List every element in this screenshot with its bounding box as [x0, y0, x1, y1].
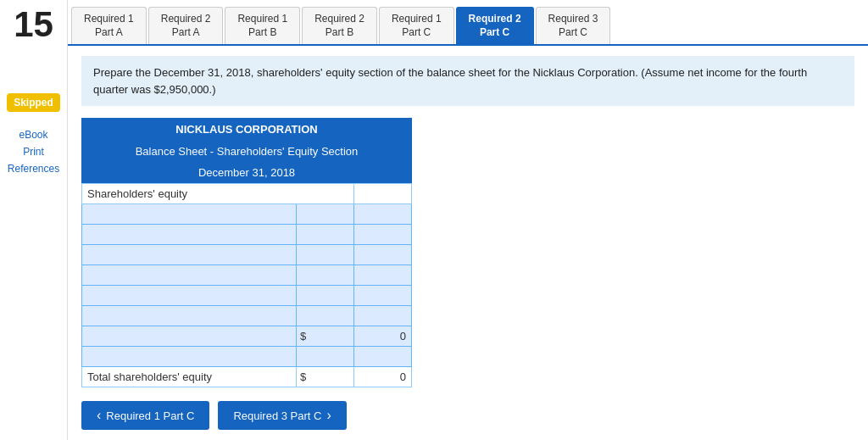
row5-value[interactable] — [354, 286, 412, 306]
row8-value-input[interactable] — [359, 351, 406, 363]
chevron-left-icon — [97, 408, 101, 423]
row4-value[interactable] — [354, 265, 412, 286]
row4-currency-input[interactable] — [302, 270, 348, 281]
sidebar-links: eBook Print References — [8, 129, 59, 175]
row4-value-input[interactable] — [359, 270, 406, 281]
row6-label-input[interactable] — [87, 310, 291, 322]
table-row — [82, 245, 412, 265]
row2-label[interactable] — [82, 225, 297, 245]
row1-value-input[interactable] — [359, 209, 406, 220]
row5-label[interactable] — [82, 286, 297, 306]
row5-currency-input[interactable] — [302, 290, 348, 302]
total-currency: $ — [297, 367, 354, 387]
prev-button-label: Required 1 Part C — [106, 409, 194, 422]
section-header-value — [354, 184, 412, 204]
row6-currency[interactable] — [297, 306, 354, 326]
row1-label[interactable] — [82, 204, 297, 225]
row7-value: 0 — [354, 326, 412, 347]
sidebar-link-references[interactable]: References — [8, 163, 59, 175]
question-number: 15 — [14, 7, 53, 42]
row4-label-input[interactable] — [87, 270, 291, 281]
row6-value-input[interactable] — [359, 310, 406, 322]
tab-req2a[interactable]: Required 2Part A — [148, 7, 224, 44]
table-row — [82, 306, 412, 326]
row1-value[interactable] — [354, 204, 412, 225]
row4-currency[interactable] — [297, 265, 354, 286]
next-button[interactable]: Required 3 Part C — [218, 401, 346, 430]
tab-bar: Required 1Part A Required 2Part A Requir… — [68, 0, 868, 46]
chevron-right-icon — [326, 408, 331, 423]
row3-currency[interactable] — [297, 245, 354, 265]
next-button-label: Required 3 Part C — [233, 409, 321, 422]
tab-req1a[interactable]: Required 1Part A — [71, 7, 147, 44]
sidebar-link-ebook[interactable]: eBook — [19, 129, 47, 141]
row2-currency-input[interactable] — [302, 229, 348, 241]
table-row: $ 0 — [82, 326, 412, 347]
row7-currency: $ — [297, 326, 354, 347]
row7-label-input[interactable] — [87, 331, 291, 343]
tab-req2c[interactable]: Required 2Part C — [456, 7, 534, 44]
total-value: 0 — [354, 367, 412, 387]
section-header-label: Shareholders' equity — [82, 184, 354, 204]
row6-currency-input[interactable] — [302, 310, 348, 322]
row8-label[interactable] — [82, 347, 297, 367]
table-row — [82, 286, 412, 306]
row2-label-input[interactable] — [87, 229, 291, 241]
row6-label[interactable] — [82, 306, 297, 326]
bs-date: December 31, 2018 — [81, 162, 412, 183]
bs-title: Balance Sheet - Shareholders' Equity Sec… — [81, 141, 412, 162]
total-label: Total shareholders' equity — [82, 367, 297, 387]
total-row: Total shareholders' equity $ 0 — [82, 367, 412, 387]
main-content: Required 1Part A Required 2Part A Requir… — [68, 0, 868, 440]
instruction-box: Prepare the December 31, 2018, sharehold… — [81, 56, 854, 106]
skipped-badge: Skipped — [7, 93, 60, 112]
row3-currency-input[interactable] — [302, 249, 348, 261]
row3-value-input[interactable] — [359, 249, 406, 261]
nav-buttons: Required 1 Part C Required 3 Part C — [81, 401, 854, 430]
row3-value[interactable] — [354, 245, 412, 265]
row5-label-input[interactable] — [87, 290, 291, 302]
tab-req1c[interactable]: Required 1Part C — [379, 7, 454, 44]
table-row — [82, 204, 412, 225]
row2-value-input[interactable] — [359, 229, 406, 241]
row8-currency-input[interactable] — [302, 351, 348, 363]
table-row — [82, 347, 412, 367]
row5-currency[interactable] — [297, 286, 354, 306]
table-row — [82, 265, 412, 286]
row5-value-input[interactable] — [359, 290, 406, 302]
sidebar: 15 Skipped eBook Print References — [0, 0, 68, 440]
row1-currency[interactable] — [297, 204, 354, 225]
section-header-row: Shareholders' equity — [82, 184, 412, 204]
row7-label[interactable] — [82, 326, 297, 347]
row6-value[interactable] — [354, 306, 412, 326]
row8-label-input[interactable] — [87, 351, 291, 363]
tab-req1b[interactable]: Required 1Part B — [225, 7, 300, 44]
row1-currency-input[interactable] — [302, 209, 348, 220]
tab-req2b[interactable]: Required 2Part B — [302, 7, 377, 44]
row2-currency[interactable] — [297, 225, 354, 245]
row3-label[interactable] — [82, 245, 297, 265]
bs-table: Shareholders' equity — [81, 183, 412, 387]
tab-req3c[interactable]: Required 3Part C — [536, 7, 611, 44]
content-area: Prepare the December 31, 2018, sharehold… — [68, 46, 868, 440]
table-row — [82, 225, 412, 245]
row2-value[interactable] — [354, 225, 412, 245]
prev-button[interactable]: Required 1 Part C — [81, 401, 209, 430]
row3-label-input[interactable] — [87, 249, 291, 261]
sidebar-link-print[interactable]: Print — [23, 146, 44, 158]
bs-company-name: NICKLAUS CORPORATION — [81, 118, 412, 141]
row8-currency[interactable] — [297, 347, 354, 367]
instruction-text: Prepare the December 31, 2018, sharehold… — [93, 66, 807, 96]
row8-value[interactable] — [354, 347, 412, 367]
row4-label[interactable] — [82, 265, 297, 286]
row1-label-input[interactable] — [87, 209, 291, 220]
balance-sheet: NICKLAUS CORPORATION Balance Sheet - Sha… — [81, 118, 412, 387]
